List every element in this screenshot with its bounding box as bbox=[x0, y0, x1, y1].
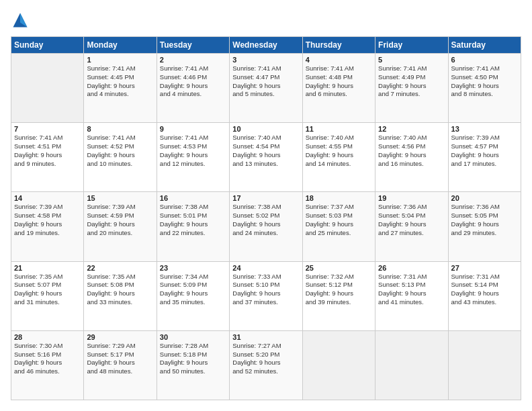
calendar-cell: 20Sunrise: 7:36 AMSunset: 5:05 PMDayligh… bbox=[448, 192, 521, 261]
calendar-cell: 10Sunrise: 7:40 AMSunset: 4:54 PMDayligh… bbox=[230, 123, 302, 192]
day-info: Sunrise: 7:35 AMSunset: 5:08 PMDaylight:… bbox=[87, 273, 153, 307]
day-info: Sunrise: 7:41 AMSunset: 4:49 PMDaylight:… bbox=[378, 64, 445, 99]
day-number: 11 bbox=[306, 125, 372, 133]
weekday-saturday: Saturday bbox=[448, 37, 521, 54]
weekday-wednesday: Wednesday bbox=[230, 37, 302, 54]
day-info: Sunrise: 7:41 AMSunset: 4:48 PMDaylight:… bbox=[306, 64, 372, 99]
week-row-4: 28Sunrise: 7:30 AMSunset: 5:16 PMDayligh… bbox=[11, 330, 521, 400]
calendar-cell: 24Sunrise: 7:33 AMSunset: 5:10 PMDayligh… bbox=[230, 261, 302, 330]
day-info: Sunrise: 7:40 AMSunset: 4:54 PMDaylight:… bbox=[232, 134, 299, 168]
calendar-cell: 25Sunrise: 7:32 AMSunset: 5:12 PMDayligh… bbox=[302, 261, 375, 330]
day-number: 14 bbox=[14, 194, 81, 202]
day-info: Sunrise: 7:41 AMSunset: 4:47 PMDaylight:… bbox=[232, 64, 299, 99]
calendar-cell: 13Sunrise: 7:39 AMSunset: 4:57 PMDayligh… bbox=[448, 123, 521, 192]
calendar-cell: 15Sunrise: 7:39 AMSunset: 4:59 PMDayligh… bbox=[84, 192, 157, 261]
day-number: 1 bbox=[87, 56, 153, 64]
week-row-1: 7Sunrise: 7:41 AMSunset: 4:51 PMDaylight… bbox=[11, 123, 521, 192]
calendar-table: SundayMondayTuesdayWednesdayThursdayFrid… bbox=[11, 36, 521, 400]
day-number: 20 bbox=[451, 194, 518, 202]
day-info: Sunrise: 7:41 AMSunset: 4:50 PMDaylight:… bbox=[451, 64, 518, 99]
day-info: Sunrise: 7:41 AMSunset: 4:53 PMDaylight:… bbox=[160, 134, 226, 168]
calendar-cell: 28Sunrise: 7:30 AMSunset: 5:16 PMDayligh… bbox=[11, 330, 84, 400]
logo bbox=[11, 11, 32, 30]
calendar-cell bbox=[375, 330, 448, 400]
day-number: 2 bbox=[160, 56, 226, 64]
day-info: Sunrise: 7:37 AMSunset: 5:03 PMDaylight:… bbox=[306, 203, 372, 237]
calendar-cell: 14Sunrise: 7:39 AMSunset: 4:58 PMDayligh… bbox=[11, 192, 84, 261]
week-row-2: 14Sunrise: 7:39 AMSunset: 4:58 PMDayligh… bbox=[11, 192, 521, 261]
day-info: Sunrise: 7:28 AMSunset: 5:18 PMDaylight:… bbox=[160, 342, 226, 376]
calendar-cell: 27Sunrise: 7:31 AMSunset: 5:14 PMDayligh… bbox=[448, 261, 521, 330]
day-info: Sunrise: 7:31 AMSunset: 5:13 PMDaylight:… bbox=[378, 273, 445, 307]
header bbox=[11, 11, 521, 30]
calendar-cell bbox=[302, 330, 375, 400]
calendar-cell: 7Sunrise: 7:41 AMSunset: 4:51 PMDaylight… bbox=[11, 123, 84, 192]
day-number: 8 bbox=[87, 125, 153, 133]
day-info: Sunrise: 7:41 AMSunset: 4:45 PMDaylight:… bbox=[87, 64, 153, 99]
day-number: 18 bbox=[306, 194, 372, 202]
day-number: 9 bbox=[160, 125, 226, 133]
day-number: 23 bbox=[160, 264, 226, 272]
day-number: 21 bbox=[14, 264, 81, 272]
weekday-friday: Friday bbox=[375, 37, 448, 54]
day-info: Sunrise: 7:34 AMSunset: 5:09 PMDaylight:… bbox=[160, 273, 226, 307]
day-number: 19 bbox=[378, 194, 445, 202]
week-row-0: 1Sunrise: 7:41 AMSunset: 4:45 PMDaylight… bbox=[11, 54, 521, 123]
day-number: 3 bbox=[232, 56, 299, 64]
calendar-cell: 11Sunrise: 7:40 AMSunset: 4:55 PMDayligh… bbox=[302, 123, 375, 192]
weekday-sunday: Sunday bbox=[11, 37, 84, 54]
day-info: Sunrise: 7:39 AMSunset: 4:57 PMDaylight:… bbox=[451, 134, 518, 168]
calendar-cell: 17Sunrise: 7:38 AMSunset: 5:02 PMDayligh… bbox=[230, 192, 302, 261]
calendar-cell: 30Sunrise: 7:28 AMSunset: 5:18 PMDayligh… bbox=[157, 330, 229, 400]
day-info: Sunrise: 7:39 AMSunset: 4:59 PMDaylight:… bbox=[87, 203, 153, 237]
weekday-thursday: Thursday bbox=[302, 37, 375, 54]
logo-icon bbox=[11, 11, 30, 30]
day-number: 31 bbox=[232, 333, 299, 341]
day-info: Sunrise: 7:29 AMSunset: 5:17 PMDaylight:… bbox=[87, 342, 153, 376]
calendar-cell: 26Sunrise: 7:31 AMSunset: 5:13 PMDayligh… bbox=[375, 261, 448, 330]
calendar-cell: 2Sunrise: 7:41 AMSunset: 4:46 PMDaylight… bbox=[157, 54, 229, 123]
day-number: 5 bbox=[378, 56, 445, 64]
day-info: Sunrise: 7:41 AMSunset: 4:51 PMDaylight:… bbox=[14, 134, 81, 168]
day-info: Sunrise: 7:41 AMSunset: 4:46 PMDaylight:… bbox=[160, 64, 226, 99]
day-info: Sunrise: 7:35 AMSunset: 5:07 PMDaylight:… bbox=[14, 273, 81, 307]
calendar-cell bbox=[448, 330, 521, 400]
calendar-cell: 22Sunrise: 7:35 AMSunset: 5:08 PMDayligh… bbox=[84, 261, 157, 330]
calendar-cell: 23Sunrise: 7:34 AMSunset: 5:09 PMDayligh… bbox=[157, 261, 229, 330]
day-info: Sunrise: 7:36 AMSunset: 5:04 PMDaylight:… bbox=[378, 203, 445, 237]
calendar-cell bbox=[11, 54, 84, 123]
calendar-cell: 16Sunrise: 7:38 AMSunset: 5:01 PMDayligh… bbox=[157, 192, 229, 261]
calendar-cell: 4Sunrise: 7:41 AMSunset: 4:48 PMDaylight… bbox=[302, 54, 375, 123]
calendar-cell: 1Sunrise: 7:41 AMSunset: 4:45 PMDaylight… bbox=[84, 54, 157, 123]
day-number: 15 bbox=[87, 194, 153, 202]
day-number: 27 bbox=[451, 264, 518, 272]
day-number: 17 bbox=[232, 194, 299, 202]
day-number: 24 bbox=[232, 264, 299, 272]
day-number: 30 bbox=[160, 333, 226, 341]
day-number: 16 bbox=[160, 194, 226, 202]
day-number: 7 bbox=[14, 125, 81, 133]
day-info: Sunrise: 7:40 AMSunset: 4:56 PMDaylight:… bbox=[378, 134, 445, 168]
page: SundayMondayTuesdayWednesdayThursdayFrid… bbox=[0, 0, 532, 411]
day-number: 26 bbox=[378, 264, 445, 272]
day-number: 22 bbox=[87, 264, 153, 272]
calendar-cell: 19Sunrise: 7:36 AMSunset: 5:04 PMDayligh… bbox=[375, 192, 448, 261]
day-number: 13 bbox=[451, 125, 518, 133]
day-number: 4 bbox=[306, 56, 372, 64]
day-info: Sunrise: 7:38 AMSunset: 5:01 PMDaylight:… bbox=[160, 203, 226, 237]
day-number: 6 bbox=[451, 56, 518, 64]
weekday-tuesday: Tuesday bbox=[157, 37, 229, 54]
day-info: Sunrise: 7:32 AMSunset: 5:12 PMDaylight:… bbox=[306, 273, 372, 307]
day-number: 28 bbox=[14, 333, 81, 341]
day-info: Sunrise: 7:36 AMSunset: 5:05 PMDaylight:… bbox=[451, 203, 518, 237]
calendar-cell: 12Sunrise: 7:40 AMSunset: 4:56 PMDayligh… bbox=[375, 123, 448, 192]
day-info: Sunrise: 7:33 AMSunset: 5:10 PMDaylight:… bbox=[232, 273, 299, 307]
weekday-header-row: SundayMondayTuesdayWednesdayThursdayFrid… bbox=[11, 37, 521, 54]
day-number: 10 bbox=[232, 125, 299, 133]
week-row-3: 21Sunrise: 7:35 AMSunset: 5:07 PMDayligh… bbox=[11, 261, 521, 330]
calendar-cell: 31Sunrise: 7:27 AMSunset: 5:20 PMDayligh… bbox=[230, 330, 302, 400]
day-number: 25 bbox=[306, 264, 372, 272]
day-info: Sunrise: 7:27 AMSunset: 5:20 PMDaylight:… bbox=[232, 342, 299, 376]
day-info: Sunrise: 7:38 AMSunset: 5:02 PMDaylight:… bbox=[232, 203, 299, 237]
calendar-cell: 5Sunrise: 7:41 AMSunset: 4:49 PMDaylight… bbox=[375, 54, 448, 123]
